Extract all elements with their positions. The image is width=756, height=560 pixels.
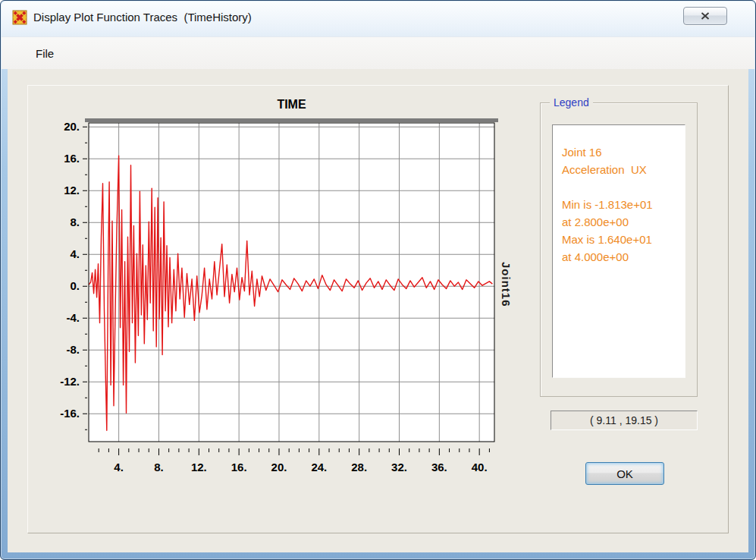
close-icon [701, 12, 710, 20]
svg-text:36.: 36. [431, 461, 447, 473]
legend-line-quantity: Acceleration UX [562, 161, 676, 178]
plot-svg[interactable]: 20.16.12.8.4.0.-4.-8.-12.-16.4.8.12.16.2… [30, 102, 522, 475]
close-button[interactable] [683, 7, 727, 25]
chart-right-label: Joint16 [500, 262, 513, 307]
legend-line-max: Max is 1.640e+01 [562, 231, 676, 248]
legend-line-min-at: at 2.800e+00 [562, 213, 676, 231]
svg-text:16.: 16. [231, 461, 247, 473]
svg-text:24.: 24. [311, 461, 327, 473]
svg-text:-12.: -12. [60, 375, 80, 388]
plot-top-bar [85, 118, 498, 122]
svg-text:40.: 40. [472, 461, 488, 473]
legend-line-max-at: at 4.000e+00 [562, 248, 676, 266]
menu-file[interactable]: File [29, 44, 61, 63]
svg-text:8.: 8. [154, 461, 164, 473]
y-axis-ticks [83, 127, 87, 429]
legend-line-min: Min is -1.813e+01 [562, 196, 676, 213]
legend-groupbox: Legend Joint 16 Acceleration UX Min is -… [540, 102, 698, 397]
window-frame: Display Plot Function Traces (TimeHistor… [0, 0, 756, 560]
svg-text:12.: 12. [64, 184, 80, 197]
app-icon [12, 10, 27, 25]
legend-content-box: Joint 16 Acceleration UX Min is -1.813e+… [552, 124, 685, 378]
legend-title: Legend [550, 96, 593, 109]
svg-text:20.: 20. [271, 461, 287, 473]
svg-text:16.: 16. [64, 152, 80, 165]
svg-text:32.: 32. [391, 461, 407, 473]
svg-text:12.: 12. [191, 461, 207, 473]
coordinate-readout: ( 9.11 , 19.15 ) [551, 411, 698, 430]
legend-line-joint: Joint 16 [562, 143, 676, 161]
window-title: Display Plot Function Traces (TimeHistor… [33, 11, 252, 24]
window-chrome: Display Plot Function Traces (TimeHistor… [2, 2, 754, 69]
svg-text:4.: 4. [70, 247, 80, 260]
svg-text:-4.: -4. [66, 311, 80, 324]
menu-bar: File [2, 36, 754, 69]
svg-text:28.: 28. [351, 461, 367, 473]
y-axis-labels: 20.16.12.8.4.0.-4.-8.-12.-16. [60, 120, 80, 420]
svg-text:-16.: -16. [60, 407, 80, 420]
svg-text:4.: 4. [114, 461, 124, 473]
main-panel: TIME 20.16.12.8.4.0.-4.-8.-12.-16.4.8.12… [27, 85, 729, 533]
dialog-body: TIME 20.16.12.8.4.0.-4.-8.-12.-16.4.8.12… [8, 69, 748, 552]
x-axis-ticks [99, 448, 489, 455]
title-bar[interactable]: Display Plot Function Traces (TimeHistor… [2, 2, 754, 36]
svg-text:0.: 0. [70, 279, 80, 292]
legend-line-spacer [562, 178, 676, 196]
svg-text:8.: 8. [70, 216, 80, 228]
ok-button[interactable]: OK [585, 462, 664, 485]
x-axis-labels: 4.8.12.16.20.24.28.32.36.40. [114, 461, 487, 473]
svg-text:-8.: -8. [66, 343, 80, 356]
svg-text:20.: 20. [64, 120, 80, 133]
